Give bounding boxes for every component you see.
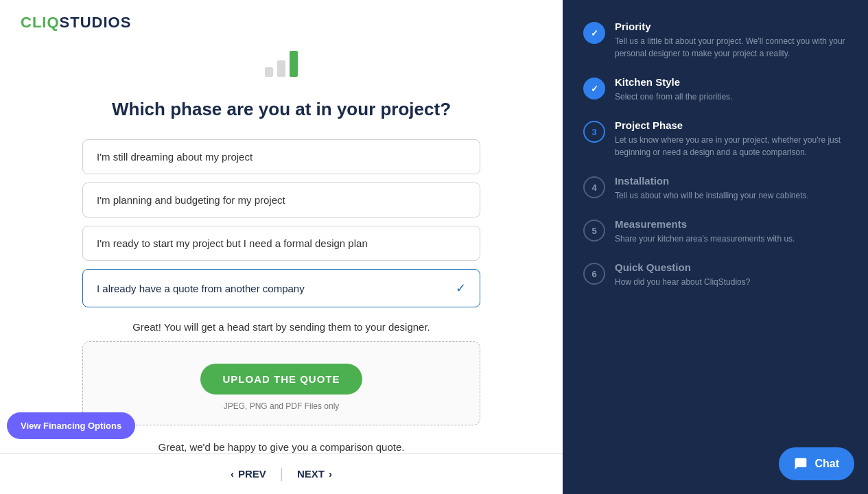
step-6-info: Quick Question How did you hear about Cl… xyxy=(615,261,750,288)
step-1-info: Priority Tell us a little bit about your… xyxy=(615,21,847,60)
step-4-desc: Tell us about who will be installing you… xyxy=(615,189,809,202)
option-quote[interactable]: I already have a quote from another comp… xyxy=(82,269,480,307)
prev-button[interactable]: ‹ PREV xyxy=(231,468,266,480)
step-6-circle: 6 xyxy=(583,263,605,285)
logo-studios: STUDIOS xyxy=(60,14,132,31)
next-chevron-icon: › xyxy=(329,468,332,480)
step-1-circle: ✓ xyxy=(583,22,605,44)
option-dreaming[interactable]: I'm still dreaming about my project xyxy=(82,139,480,174)
step-3-info: Project Phase Let us know where you are … xyxy=(615,119,847,158)
step-installation: 4 Installation Tell us about who will be… xyxy=(583,175,847,202)
step-measurements: 5 Measurements Share your kitchen area's… xyxy=(583,218,847,245)
svg-rect-0 xyxy=(265,67,273,77)
step-6-title: Quick Question xyxy=(615,261,750,273)
svg-rect-1 xyxy=(277,60,285,77)
upload-box: UPLOAD THE QUOTE JPEG, PNG and PDF Files… xyxy=(82,341,480,425)
step-5-title: Measurements xyxy=(615,218,795,230)
step-priority: ✓ Priority Tell us a little bit about yo… xyxy=(583,21,847,60)
logo: CLIQSTUDIOS xyxy=(21,14,131,32)
option-ready-label: I'm ready to start my project but I need… xyxy=(97,237,368,249)
step-5-desc: Share your kitchen area's measurements w… xyxy=(615,233,795,245)
option-quote-label: I already have a quote from another comp… xyxy=(97,283,305,294)
step-3-desc: Let us know where you are in your projec… xyxy=(615,134,847,158)
nav-separator: | xyxy=(280,466,283,482)
step-2-desc: Select one from all the priorities. xyxy=(615,91,732,103)
step-kitchen-style: ✓ Kitchen Style Select one from all the … xyxy=(583,76,847,103)
chat-icon xyxy=(794,457,808,471)
bar-chart-icon xyxy=(261,41,302,85)
financing-button[interactable]: View Financing Options xyxy=(7,412,135,439)
step-1-desc: Tell us a little bit about your project.… xyxy=(615,35,847,60)
step-3-circle: 3 xyxy=(583,121,605,143)
step-4-circle: 4 xyxy=(583,176,605,198)
next-label: NEXT xyxy=(297,468,325,480)
file-note: JPEG, PNG and PDF Files only xyxy=(224,401,340,411)
step-3-title: Project Phase xyxy=(615,119,847,131)
page-title: Which phase are you at in your project? xyxy=(112,99,451,120)
right-panel: ✓ Priority Tell us a little bit about yo… xyxy=(563,0,868,494)
step-5-circle: 5 xyxy=(583,220,605,242)
prev-chevron-icon: ‹ xyxy=(231,468,234,480)
step-2-circle: ✓ xyxy=(583,78,605,99)
svg-rect-2 xyxy=(290,51,298,77)
step-6-desc: How did you hear about CliqStudios? xyxy=(615,276,750,288)
step-quick-question: 6 Quick Question How did you hear about … xyxy=(583,261,847,288)
option-planning-label: I'm planning and budgeting for my projec… xyxy=(97,194,285,206)
step-5-info: Measurements Share your kitchen area's m… xyxy=(615,218,795,245)
step-4-info: Installation Tell us about who will be i… xyxy=(615,175,809,202)
step-2-title: Kitchen Style xyxy=(615,76,732,88)
option-dreaming-label: I'm still dreaming about my project xyxy=(97,151,253,163)
logo-cliq: CLIQ xyxy=(21,14,60,31)
upload-button[interactable]: UPLOAD THE QUOTE xyxy=(200,364,362,395)
chat-button[interactable]: Chat xyxy=(779,447,854,480)
next-button[interactable]: NEXT › xyxy=(297,468,332,480)
chat-label: Chat xyxy=(814,458,839,470)
option-planning[interactable]: I'm planning and budgeting for my projec… xyxy=(82,183,480,217)
step-1-title: Priority xyxy=(615,21,847,32)
option-ready[interactable]: I'm ready to start my project but I need… xyxy=(82,226,480,261)
step-2-info: Kitchen Style Select one from all the pr… xyxy=(615,76,732,103)
step-4-title: Installation xyxy=(615,175,809,187)
options-list: I'm still dreaming about my project I'm … xyxy=(82,139,480,307)
success-message: Great! You will get a head start by send… xyxy=(132,321,430,333)
step-project-phase: 3 Project Phase Let us know where you ar… xyxy=(583,119,847,158)
checkmark-icon: ✓ xyxy=(456,281,466,296)
prev-label: PREV xyxy=(238,468,266,480)
bottom-nav: ‹ PREV | NEXT › xyxy=(0,453,563,494)
